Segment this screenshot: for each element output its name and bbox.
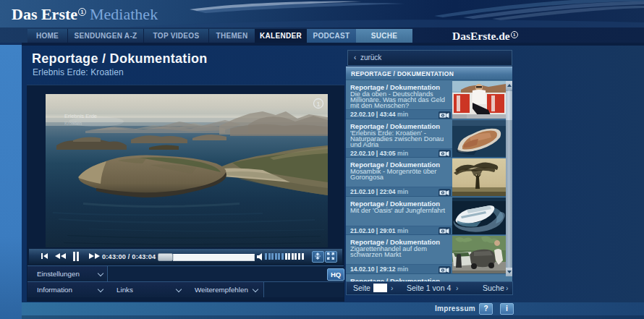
svg-text:1: 1 (316, 101, 320, 108)
svg-text:Kroatien: Kroatien (64, 121, 82, 126)
